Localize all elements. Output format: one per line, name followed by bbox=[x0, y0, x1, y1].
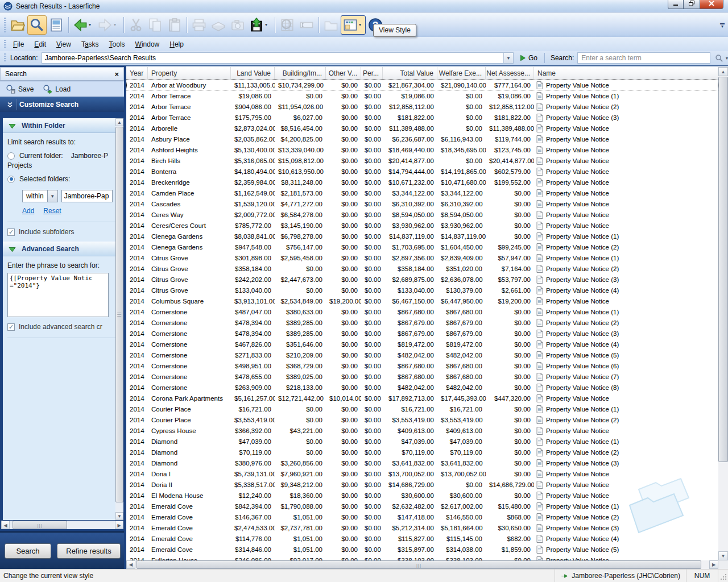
column-header-per[interactable]: Per... bbox=[361, 67, 383, 79]
table-row[interactable]: 2014Asbury Place$2,035,862.00$4,200,825.… bbox=[126, 134, 718, 144]
dropdown-arrow-icon[interactable]: ▾ bbox=[89, 22, 91, 27]
restore-button[interactable] bbox=[684, 0, 700, 9]
table-row[interactable]: 2014Cienega Gardens$947,548.00$756,147.0… bbox=[126, 242, 718, 252]
results-vertical-scrollbar[interactable]: ▲ ▼ bbox=[718, 67, 728, 560]
results-horizontal-scrollbar[interactable]: ◀ ||| ▶ bbox=[126, 560, 718, 569]
column-header-property[interactable]: Property bbox=[148, 67, 231, 79]
resize-grip[interactable] bbox=[718, 569, 728, 582]
scrollbar-thumb[interactable]: ||| bbox=[115, 127, 123, 502]
scroll-down-icon[interactable]: ▼ bbox=[718, 551, 728, 560]
menu-file[interactable]: File bbox=[8, 39, 29, 50]
table-row[interactable]: 2014Courier Place$16,721.00$0.00$0.00$0.… bbox=[126, 404, 718, 414]
close-pane-icon[interactable]: × bbox=[114, 70, 119, 78]
include-advanced-checkbox[interactable]: ✓ bbox=[7, 323, 15, 331]
go-button[interactable]: Go bbox=[519, 54, 537, 62]
column-header-other_value[interactable]: Other V... bbox=[326, 67, 361, 79]
scroll-up-icon[interactable]: ▲ bbox=[718, 67, 728, 76]
include-subfolders-row[interactable]: ✓ Include subfolders bbox=[7, 228, 115, 236]
current-folder-radio[interactable] bbox=[7, 152, 15, 160]
table-row[interactable]: 2014Cornerstone$478,394.00$389,285.00$0.… bbox=[126, 328, 718, 339]
collapse-triangle-icon[interactable] bbox=[9, 123, 16, 128]
table-row[interactable]: 2014Cornerstone$498,951.00$368,729.00$0.… bbox=[126, 360, 718, 371]
dropdown-arrow-icon[interactable]: ▾ bbox=[265, 22, 267, 27]
location-input[interactable]: Jamboree-Paperless\Search Results ▼ bbox=[42, 52, 514, 64]
sidebar-vertical-scrollbar[interactable]: ▲ ||| ▼ bbox=[115, 118, 123, 520]
dropdown-arrow-icon[interactable]: ▾ bbox=[359, 22, 361, 27]
selected-folders-radio-row[interactable]: Selected folders: bbox=[7, 175, 115, 183]
view-style-button[interactable]: ▾ bbox=[341, 15, 366, 35]
column-header-land_value[interactable]: Land Value bbox=[231, 67, 275, 79]
menu-tasks[interactable]: Tasks bbox=[76, 39, 104, 50]
column-header-welfare_exemption[interactable]: Welfare Exe... bbox=[437, 67, 486, 79]
location-dropdown-icon[interactable]: ▼ bbox=[503, 53, 513, 63]
collapse-triangle-icon[interactable] bbox=[9, 246, 16, 252]
scroll-right-icon[interactable]: ▶ bbox=[709, 560, 718, 569]
folder-path-input[interactable] bbox=[61, 190, 113, 202]
include-subfolders-checkbox[interactable]: ✓ bbox=[7, 228, 15, 236]
search-options-dropdown-icon[interactable]: ▾ bbox=[726, 56, 728, 61]
search-button[interactable] bbox=[27, 15, 47, 35]
column-header-name[interactable]: Name bbox=[534, 67, 718, 79]
table-row[interactable]: 2014Camden Place$1,162,549.00$2,181,573.… bbox=[126, 188, 718, 198]
table-row[interactable]: 2014Diamond$380,976.00$3,260,856.00$0.00… bbox=[126, 458, 718, 468]
scrollbar-thumb[interactable]: ||| bbox=[13, 521, 67, 529]
toolbar-overflow-button[interactable]: ▬▾ bbox=[719, 19, 726, 32]
combo-dropdown-icon[interactable]: ▼ bbox=[47, 190, 57, 202]
locationbar-grip[interactable] bbox=[4, 53, 6, 63]
within-folder-section-header[interactable]: Within Folder bbox=[3, 118, 115, 133]
table-row[interactable]: 2014Arbor at Woodbury$11,133,005.00$10,7… bbox=[126, 80, 718, 90]
table-row[interactable]: 2014Cornerstone$467,826.00$351,646.00$0.… bbox=[126, 339, 718, 350]
table-row[interactable]: 2014Arborelle$2,873,024.00$8,516,454.00$… bbox=[126, 123, 718, 134]
table-row[interactable]: 2014Cienega Gardens$8,038,841.00$6,798,2… bbox=[126, 231, 718, 242]
menu-window[interactable]: Window bbox=[130, 39, 165, 50]
toolbar-grip[interactable] bbox=[4, 18, 6, 32]
include-advanced-row[interactable]: ✓ Include advanced search cr bbox=[7, 323, 115, 331]
table-row[interactable]: 2014Emerald Cove$314,846.00$1,051.00$0.0… bbox=[126, 544, 718, 555]
table-row[interactable]: 2014Citrus Grove$133,040.00$0.00$0.00$0.… bbox=[126, 285, 718, 296]
table-row[interactable]: 2014Cypress House$366,392.00$43,221.00$0… bbox=[126, 425, 718, 436]
table-row[interactable]: 2014Arbor Terrace$19,086.00$0.00$0.00$0.… bbox=[126, 90, 718, 101]
table-row[interactable]: 2014Fullerton House$246,086.00$92,017.00… bbox=[126, 555, 718, 560]
open-folder-button[interactable] bbox=[8, 15, 27, 35]
table-row[interactable]: 2014Cornerstone$478,655.00$389,025.00$0.… bbox=[126, 371, 718, 382]
table-row[interactable]: 2014Courier Place$3,553,419.00$0.00$0.00… bbox=[126, 414, 718, 425]
table-row[interactable]: 2014Ashford Heights$5,130,400.00$13,339,… bbox=[126, 144, 718, 155]
table-row[interactable]: 2014Cornerstone$487,047.00$380,633.00$0.… bbox=[126, 306, 718, 317]
table-row[interactable]: 2014Diamond$47,039.00$0.00$0.00$0.00$47,… bbox=[126, 436, 718, 447]
column-header-building_improvements[interactable]: Building/Im... bbox=[275, 67, 326, 79]
selected-folders-radio[interactable] bbox=[7, 176, 15, 183]
scroll-up-icon[interactable]: ▲ bbox=[115, 118, 123, 126]
table-row[interactable]: 2014Cornerstone$271,833.00$210,209.00$0.… bbox=[126, 350, 718, 360]
column-header-net_assessed[interactable]: Net Assesse... bbox=[486, 67, 534, 79]
table-row[interactable]: 2014Corona Park Apartments$5,161,257.00$… bbox=[126, 393, 718, 404]
table-row[interactable]: 2014Cascades$1,539,120.00$4,771,272.00$0… bbox=[126, 198, 718, 209]
sidebar-horizontal-scrollbar[interactable]: ◀ ||| ▶ bbox=[1, 521, 123, 529]
table-row[interactable]: 2014Citrus Grove$242,202.00$2,447,673.00… bbox=[126, 274, 718, 285]
close-button[interactable] bbox=[700, 0, 723, 9]
scroll-left-icon[interactable]: ◀ bbox=[1, 521, 10, 529]
table-row[interactable]: 2014Ceres Way$2,009,772.00$6,584,278.00$… bbox=[126, 209, 718, 220]
refine-results-button[interactable]: Refine results bbox=[57, 543, 121, 559]
collapse-chevron-icon[interactable] bbox=[3, 99, 17, 110]
table-row[interactable]: 2014Citrus Grove$301,898.00$2,595,458.00… bbox=[126, 252, 718, 263]
current-folder-radio-row[interactable]: Current folder: Jamboree-P bbox=[7, 152, 115, 160]
table-row[interactable]: 2014Cornerstone$478,394.00$389,285.00$0.… bbox=[126, 317, 718, 328]
table-row[interactable]: 2014Birch Hills$5,316,065.00$15,098,812.… bbox=[126, 155, 718, 166]
table-row[interactable]: 2014Columbus Square$3,913,101.00$2,534,8… bbox=[126, 296, 718, 306]
search-term-input[interactable]: Enter a search term bbox=[577, 52, 710, 64]
table-row[interactable]: 2014Arbor Terrace$904,086.00$11,954,026.… bbox=[126, 101, 718, 112]
load-search-button[interactable]: Load bbox=[43, 84, 71, 94]
table-row[interactable]: 2014Cornerstone$263,909.00$218,133.00$0.… bbox=[126, 382, 718, 393]
menubar-grip[interactable] bbox=[4, 40, 6, 49]
reset-link[interactable]: Reset bbox=[43, 207, 61, 215]
import-button[interactable]: ▾ bbox=[247, 15, 272, 35]
table-row[interactable]: 2014Diamond$70,119.00$0.00$0.00$0.00$70,… bbox=[126, 447, 718, 458]
scroll-left-icon[interactable]: ◀ bbox=[126, 560, 135, 569]
add-link[interactable]: Add bbox=[22, 207, 34, 215]
menu-edit[interactable]: Edit bbox=[29, 39, 51, 50]
menu-tools[interactable]: Tools bbox=[104, 39, 130, 50]
menu-help[interactable]: Help bbox=[164, 39, 189, 50]
scroll-right-icon[interactable]: ▶ bbox=[115, 521, 123, 529]
minimize-button[interactable] bbox=[668, 0, 684, 9]
scrollbar-thumb[interactable] bbox=[718, 77, 728, 462]
